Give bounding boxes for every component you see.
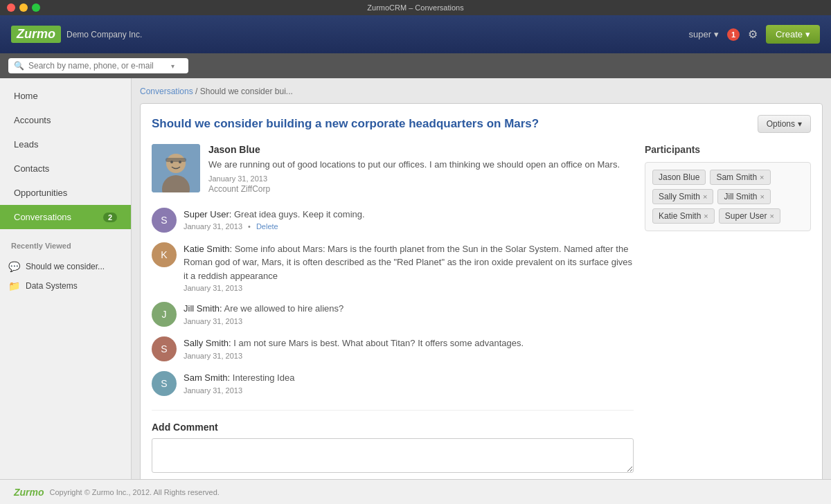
create-button[interactable]: Create ▾ xyxy=(766,25,820,44)
comment-2-content: Jill Smith: Are we allowed to hire alien… xyxy=(184,302,634,327)
minimize-button[interactable] xyxy=(19,3,28,12)
recent-item-datasystems[interactable]: 📁 Data Systems xyxy=(0,276,131,296)
breadcrumb-current: Should we consider bui... xyxy=(200,87,293,96)
comment-4-author: Sam Smith: xyxy=(184,372,233,383)
jill-avatar: J xyxy=(152,302,177,327)
breadcrumb-parent[interactable]: Conversations xyxy=(140,87,193,96)
sidebar-item-contacts[interactable]: Contacts xyxy=(0,156,131,181)
search-input[interactable] xyxy=(28,61,167,71)
comment-4: S Sam Smith: Interesting Idea January 31… xyxy=(152,371,634,396)
maximize-button[interactable] xyxy=(32,3,40,12)
tag-katie-smith: Katie Smith × xyxy=(652,208,715,224)
recent-item-conversation[interactable]: 💬 Should we consider... xyxy=(0,257,131,276)
options-dropdown-icon: ▾ xyxy=(798,119,802,129)
logo-icon: Zurmo xyxy=(11,26,61,43)
dropdown-arrow-icon: ▾ xyxy=(714,29,719,39)
sidebar-item-conversations[interactable]: Conversations 2 xyxy=(0,205,131,229)
remove-super-icon[interactable]: × xyxy=(770,212,774,220)
katie-avatar: K xyxy=(152,242,177,267)
super-avatar: S xyxy=(152,208,177,233)
footer-text: Copyright © Zurmo Inc., 2012. All Rights… xyxy=(50,488,220,496)
comment-1-text: Katie Smith: Some info about Mars: Mars … xyxy=(184,242,634,283)
comment-2-text: Jill Smith: Are we allowed to hire alien… xyxy=(184,302,634,316)
sidebar: Home Accounts Leads Contacts Opportuniti… xyxy=(0,78,132,479)
conversation-icon: 💬 xyxy=(8,261,20,272)
comment-3-meta: January 31, 2013 xyxy=(184,352,634,360)
conversation-header: Should we consider building a new corpor… xyxy=(152,115,811,133)
comment-3-author: Sally Smith: xyxy=(184,338,233,348)
tag-katie-label: Katie Smith xyxy=(659,211,701,221)
options-button[interactable]: Options ▾ xyxy=(758,115,811,133)
comment-1-content: Katie Smith: Some info about Mars: Mars … xyxy=(184,242,634,293)
participants-box: Jason Blue Sam Smith × Sally Smith × xyxy=(645,162,811,231)
tag-super-user: Super User × xyxy=(719,208,780,224)
settings-button[interactable]: ⚙ xyxy=(748,28,758,41)
recent-conversation-label: Should we consider... xyxy=(26,262,105,271)
content-area: Conversations / Should we consider bui..… xyxy=(132,78,831,479)
comment-1: K Katie Smith: Some info about Mars: Mar… xyxy=(152,242,634,293)
logo: Zurmo Demo Company Inc. xyxy=(11,26,142,43)
first-message-content: Jason Blue We are running out of good lo… xyxy=(208,144,634,194)
comment-0-text: Super User: Great idea guys. Keep it com… xyxy=(184,208,634,222)
comment-3-content: Sally Smith: I am not sure Mars is best.… xyxy=(184,336,634,361)
tag-jill-smith: Jill Smith × xyxy=(717,189,770,204)
jason-avatar xyxy=(152,144,200,192)
header: Zurmo Demo Company Inc. super ▾ 1 ⚙ Crea… xyxy=(0,15,831,53)
footer: Zurmo Copyright © Zurmo Inc., 2012. All … xyxy=(0,479,831,504)
participants-panel: Participants Jason Blue Sam Smith × S xyxy=(645,144,811,479)
conversations-label: Conversations xyxy=(14,212,71,222)
conversation-title: Should we consider building a new corpor… xyxy=(152,117,539,131)
recently-viewed-label: Recently Viewed xyxy=(0,235,131,257)
breadcrumb: Conversations / Should we consider bui..… xyxy=(140,87,823,96)
sidebar-item-opportunities[interactable]: Opportunities xyxy=(0,181,131,205)
search-bar: 🔍 ▾ xyxy=(0,53,831,78)
tag-super-label: Super User xyxy=(725,211,767,221)
tag-sally-smith: Sally Smith × xyxy=(652,189,713,204)
tag-sally-label: Sally Smith xyxy=(659,192,700,201)
sidebar-item-accounts[interactable]: Accounts xyxy=(0,108,131,132)
search-dropdown-icon[interactable]: ▾ xyxy=(171,62,175,70)
first-author: Jason Blue xyxy=(208,144,634,155)
comment-0-meta: January 31, 2013 • Delete xyxy=(184,222,634,231)
search-wrap: 🔍 ▾ xyxy=(8,58,188,73)
remove-sally-icon[interactable]: × xyxy=(703,192,707,201)
remove-jill-icon[interactable]: × xyxy=(760,192,764,201)
tag-jill-label: Jill Smith xyxy=(724,192,757,201)
comment-4-meta: January 31, 2013 xyxy=(184,386,634,395)
comment-textarea[interactable] xyxy=(152,438,634,473)
comment-0-date: January 31, 2013 xyxy=(184,222,242,231)
options-label: Options xyxy=(767,119,795,129)
comment-0-author: Super User: xyxy=(184,209,234,219)
footer-logo: Zurmo xyxy=(14,487,44,498)
participant-tags: Jason Blue Sam Smith × Sally Smith × xyxy=(652,170,803,224)
conversation-body: Jason Blue We are running out of good lo… xyxy=(152,144,811,479)
recent-datasystems-label: Data Systems xyxy=(26,281,78,291)
notification-badge[interactable]: 1 xyxy=(727,28,740,41)
comment-2-date: January 31, 2013 xyxy=(184,317,242,325)
comment-1-meta: January 31, 2013 xyxy=(184,284,634,292)
user-menu-button[interactable]: super ▾ xyxy=(688,29,719,39)
svg-point-1 xyxy=(166,154,186,173)
comment-3-date: January 31, 2013 xyxy=(184,352,242,360)
comment-3-text: Sally Smith: I am not sure Mars is best.… xyxy=(184,336,634,350)
first-date: January 31, 2013 xyxy=(208,174,634,183)
comment-0: S Super User: Great idea guys. Keep it c… xyxy=(152,208,634,233)
create-label: Create xyxy=(776,29,803,39)
comment-0-content: Super User: Great idea guys. Keep it com… xyxy=(184,208,634,233)
close-button[interactable] xyxy=(7,3,15,12)
comment-2: J Jill Smith: Are we allowed to hire ali… xyxy=(152,302,634,327)
add-comment-label: Add Comment xyxy=(152,422,634,433)
comment-4-content: Sam Smith: Interesting Idea January 31, … xyxy=(184,371,634,396)
comment-1-author: Katie Smith: xyxy=(184,244,235,254)
comment-0-sep: • xyxy=(248,222,251,231)
svg-rect-5 xyxy=(166,158,186,162)
remove-katie-icon[interactable]: × xyxy=(704,212,708,220)
sidebar-item-home[interactable]: Home xyxy=(0,84,131,108)
comment-2-meta: January 31, 2013 xyxy=(184,317,634,325)
tag-sam-label: Sam Smith xyxy=(716,172,757,182)
main-layout: Home Accounts Leads Contacts Opportuniti… xyxy=(0,78,831,479)
delete-link[interactable]: Delete xyxy=(256,222,278,231)
sidebar-item-leads[interactable]: Leads xyxy=(0,132,131,156)
remove-sam-icon[interactable]: × xyxy=(760,173,764,181)
conversations-badge: 2 xyxy=(103,213,117,222)
